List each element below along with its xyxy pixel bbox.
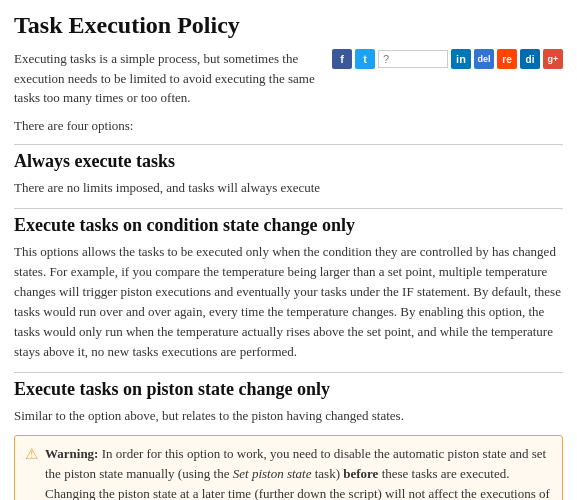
divider-always [14, 144, 563, 145]
intro-text: Executing tasks is a simple process, but… [14, 49, 322, 108]
warning-text: Warning: In order for this option to wor… [45, 444, 552, 500]
social-bar: f t in del re di g+ [332, 49, 563, 69]
twitter-icon[interactable]: t [355, 49, 375, 69]
digg-icon[interactable]: di [520, 49, 540, 69]
four-options-text: There are four options: [14, 118, 563, 134]
body-piston-state: Similar to the option above, but relates… [14, 406, 563, 426]
heading-piston-state: Execute tasks on piston state change onl… [14, 379, 563, 400]
section-condition-state: Execute tasks on condition state change … [14, 215, 563, 363]
divider-piston-state [14, 372, 563, 373]
heading-always: Always execute tasks [14, 151, 563, 172]
body-always: There are no limits imposed, and tasks w… [14, 178, 563, 198]
warning-bold: before [343, 466, 378, 481]
warning-icon: ⚠ [25, 445, 38, 463]
body-condition-state: This options allows the tasks to be exec… [14, 242, 563, 363]
section-always: Always execute tasks There are no limits… [14, 151, 563, 198]
section-piston-state: Execute tasks on piston state change onl… [14, 379, 563, 500]
facebook-icon[interactable]: f [332, 49, 352, 69]
linkedin-icon[interactable]: in [451, 49, 471, 69]
delicious-icon[interactable]: del [474, 49, 494, 69]
google-icon[interactable]: g+ [543, 49, 563, 69]
warning-box: ⚠ Warning: In order for this option to w… [14, 435, 563, 500]
divider-condition-state [14, 208, 563, 209]
intro-paragraph: Executing tasks is a simple process, but… [14, 49, 322, 108]
page-title: Task Execution Policy [14, 12, 563, 39]
warning-italic: Set piston state [233, 466, 312, 481]
search-input[interactable] [378, 50, 448, 68]
warning-label: Warning: [45, 446, 98, 461]
reddit-icon[interactable]: re [497, 49, 517, 69]
intro-section: Executing tasks is a simple process, but… [14, 49, 563, 108]
heading-condition-state: Execute tasks on condition state change … [14, 215, 563, 236]
warning-text-part2: task) [311, 466, 343, 481]
